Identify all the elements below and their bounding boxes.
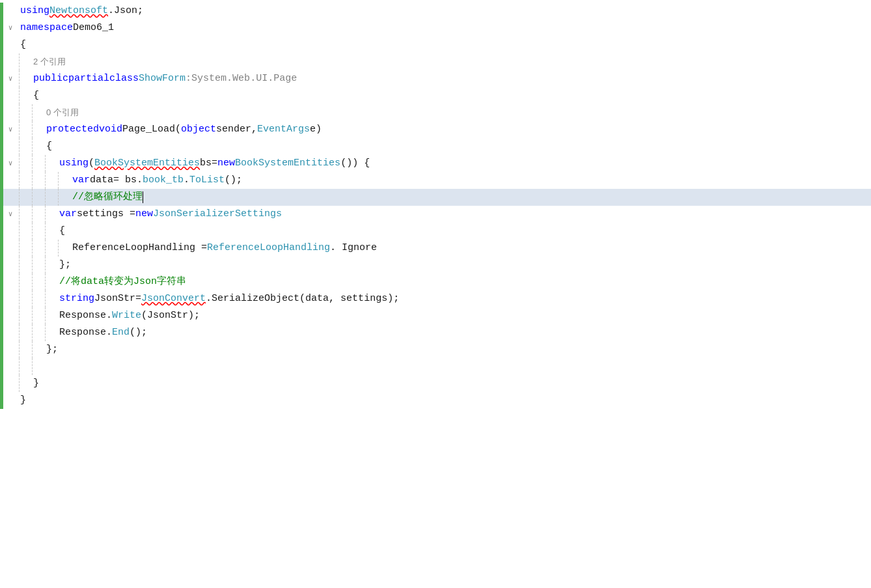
code-row: }; <box>0 341 871 358</box>
collapse-gutter <box>3 53 18 70</box>
line-content: var settings = new JsonSerializerSetting… <box>18 206 871 223</box>
collapse-arrow[interactable]: ∨ <box>8 20 13 36</box>
collapse-arrow[interactable]: ∨ <box>8 121 13 138</box>
collapse-gutter <box>3 172 18 189</box>
code-token: new <box>217 155 235 172</box>
line-content: //忽略循环处理 <box>18 189 871 206</box>
code-editor: using Newtonsoft.Json;∨namespace Demo6_1… <box>0 0 871 588</box>
code-token: settings = <box>77 206 135 223</box>
code-token: ShowForm <box>139 70 186 87</box>
code-row: } <box>0 392 871 409</box>
line-content: { <box>18 138 871 155</box>
code-token: (); <box>130 324 147 341</box>
code-token: (); <box>225 172 242 189</box>
code-token: ( <box>89 155 94 172</box>
code-row: } <box>0 375 871 392</box>
code-token: using <box>59 155 89 172</box>
line-content: string JsonStr= JsonConvert.SerializeObj… <box>18 290 871 307</box>
code-row: ∨public partial class ShowForm : System.… <box>0 70 871 87</box>
collapse-gutter <box>3 223 18 240</box>
ref-hint: 0 个引用 <box>46 104 79 121</box>
collapse-gutter <box>3 189 18 206</box>
code-token: . <box>108 3 114 20</box>
line-content: { <box>18 36 871 53</box>
line-content: Response.Write(JsonStr); <box>18 307 871 324</box>
code-row: { <box>0 223 871 240</box>
code-token: ()) { <box>340 155 370 172</box>
code-token: var <box>72 172 90 189</box>
code-token: }; <box>59 257 71 273</box>
code-token: { <box>46 138 52 155</box>
code-row: }; <box>0 257 871 273</box>
code-row: //将data转变为Json字符串 <box>0 273 871 290</box>
collapse-gutter: ∨ <box>3 70 18 87</box>
collapse-arrow[interactable]: ∨ <box>8 155 13 172</box>
line-content <box>18 358 871 375</box>
collapse-gutter <box>3 392 18 409</box>
code-token: new <box>135 206 153 223</box>
code-token: . <box>184 172 189 189</box>
code-row: { <box>0 138 871 155</box>
code-row: ∨using (BookSystemEntities bs=new BookSy… <box>0 155 871 172</box>
code-token: ; <box>137 3 143 20</box>
code-token: SerializeObject <box>212 290 299 307</box>
line-content: var data= bs.book_tb.ToList(); <box>18 172 871 189</box>
collapse-arrow[interactable]: ∨ <box>8 70 13 87</box>
code-token: ToList <box>189 172 225 189</box>
collapse-gutter <box>3 36 18 53</box>
code-row: ReferenceLoopHandling = ReferenceLoopHan… <box>0 240 871 257</box>
code-token: //忽略循环处理 <box>72 189 143 206</box>
code-token: System <box>191 70 227 87</box>
line-content: }; <box>18 341 871 358</box>
code-token: class <box>109 70 139 87</box>
code-token: { <box>59 223 65 240</box>
code-row: { <box>0 36 871 53</box>
code-token: partial <box>68 70 109 87</box>
code-token: Demo6_1 <box>73 20 114 36</box>
collapse-gutter <box>3 375 18 392</box>
code-token: Json <box>114 3 137 20</box>
collapse-gutter <box>3 3 18 20</box>
code-token: //将data转变为Json字符串 <box>59 273 186 290</box>
line-content: } <box>18 375 871 392</box>
collapse-gutter <box>3 240 18 257</box>
code-row: using Newtonsoft.Json; <box>0 3 871 20</box>
collapse-gutter <box>3 307 18 324</box>
code-token: End <box>112 324 130 341</box>
code-token: bs= <box>200 155 217 172</box>
collapse-gutter <box>3 273 18 290</box>
code-token: data= bs. <box>90 172 143 189</box>
code-token: Web <box>232 70 250 87</box>
code-token: . <box>250 70 256 87</box>
code-token: protected <box>46 121 99 138</box>
code-token: namespace <box>20 20 73 36</box>
code-token: { <box>33 87 39 104</box>
code-row: Response.End(); <box>0 324 871 341</box>
code-token: BookSystemEntities <box>235 155 340 172</box>
code-token: e) <box>310 121 322 138</box>
code-row: ∨namespace Demo6_1 <box>0 20 871 36</box>
code-row: 0 个引用 <box>0 104 871 121</box>
code-token: Newtonsoft <box>49 3 108 20</box>
code-row: ∨var settings = new JsonSerializerSettin… <box>0 206 871 223</box>
collapse-gutter <box>3 87 18 104</box>
collapse-gutter: ∨ <box>3 20 18 36</box>
line-content: 2 个引用 <box>18 53 871 70</box>
line-content: 0 个引用 <box>18 104 871 121</box>
code-token: book_tb <box>143 172 184 189</box>
code-token: void <box>99 121 122 138</box>
collapse-arrow[interactable]: ∨ <box>8 206 13 223</box>
collapse-gutter <box>3 358 18 375</box>
line-content: ReferenceLoopHandling = ReferenceLoopHan… <box>18 240 871 257</box>
line-content: }; <box>18 257 871 273</box>
line-content: { <box>18 87 871 104</box>
code-token: ReferenceLoopHandling <box>207 240 330 257</box>
code-row: string JsonStr= JsonConvert.SerializeObj… <box>0 290 871 307</box>
code-token: object <box>181 121 216 138</box>
code-token: EventArgs <box>257 121 310 138</box>
code-token: ReferenceLoopHandling = <box>72 240 207 257</box>
line-content: using (BookSystemEntities bs=new BookSys… <box>18 155 871 172</box>
line-content: protected void Page_Load(object sender, … <box>18 121 871 138</box>
code-row: var data= bs.book_tb.ToList(); <box>0 172 871 189</box>
collapse-gutter <box>3 341 18 358</box>
